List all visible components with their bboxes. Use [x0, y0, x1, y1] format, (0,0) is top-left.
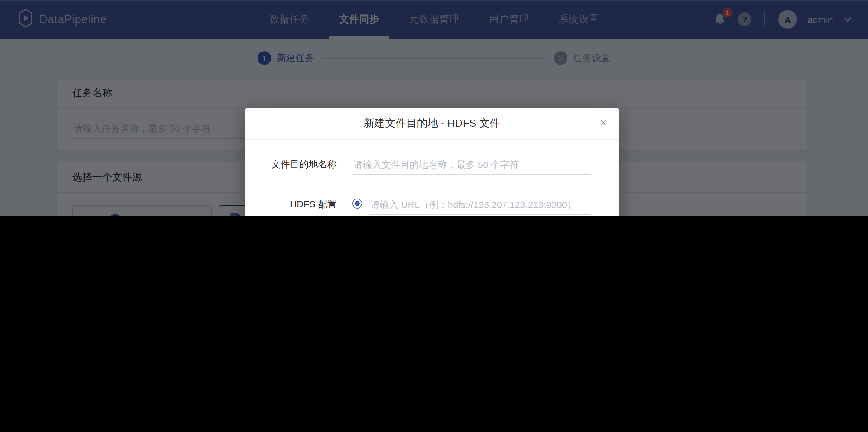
destination-name-input[interactable]: [352, 154, 590, 175]
hdfs-url-input[interactable]: [369, 194, 590, 215]
hdfs-url-radio[interactable]: [352, 199, 362, 208]
hdfs-destination-modal: 新建文件目的地 - HDFS 文件 × 文件目的地名称 HDFS 配置 上传配置…: [245, 108, 619, 216]
hdfs-config-url-row: HDFS 配置: [245, 194, 619, 213]
hdfs-config-label: HDFS 配置: [245, 194, 337, 213]
modal-title: 新建文件目的地 - HDFS 文件: [245, 108, 619, 139]
close-icon[interactable]: ×: [600, 108, 607, 138]
destination-name-label: 文件目的地名称: [245, 154, 337, 174]
app-root: DataPipeline 数据任务 文件同步 元数据管理 用户管理 系统设置 1: [0, 0, 868, 216]
destination-name-row: 文件目的地名称: [245, 154, 619, 174]
modal-header: 新建文件目的地 - HDFS 文件 ×: [245, 108, 619, 140]
